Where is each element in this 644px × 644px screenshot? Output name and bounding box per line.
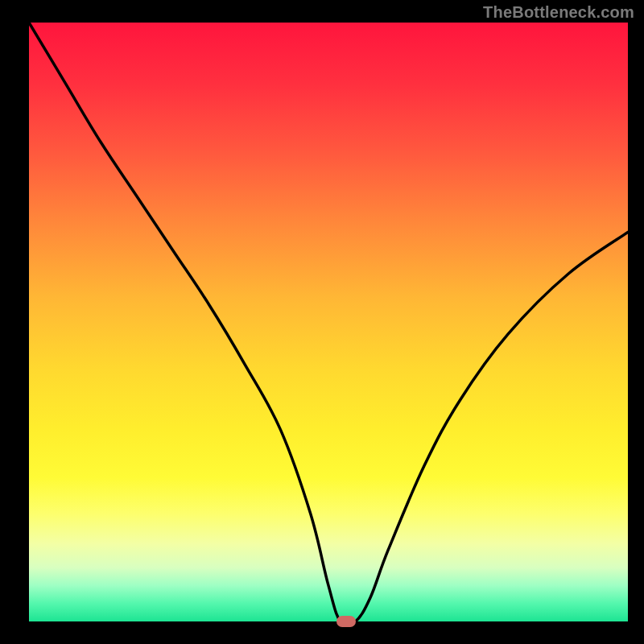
- curve-path: [29, 23, 628, 621]
- watermark-text: TheBottleneck.com: [483, 3, 634, 22]
- optimum-marker: [336, 616, 356, 627]
- bottleneck-curve: [29, 23, 628, 621]
- plot-area: [29, 23, 628, 621]
- chart-stage: TheBottleneck.com: [0, 0, 644, 644]
